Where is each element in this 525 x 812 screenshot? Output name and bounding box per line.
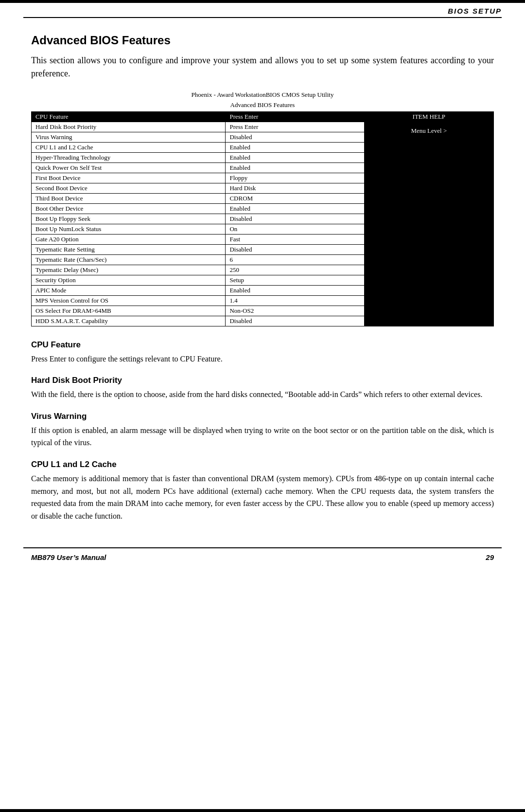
bios-row-name: CPU Feature: [32, 111, 226, 122]
section-text-virus-warning: If this option is enabled, an alarm mess…: [31, 424, 494, 449]
bios-row-name: Second Boot Device: [32, 183, 226, 193]
intro-text: This section allows you to configure and…: [31, 54, 494, 80]
bios-row-name: Typematic Rate Setting: [32, 244, 226, 254]
section-heading-hard-disk-boot-priority: Hard Disk Boot Priority: [31, 376, 494, 385]
bios-row-value: Disabled: [226, 132, 364, 142]
section-text-hard-disk-boot-priority: With the field, there is the option to c…: [31, 388, 494, 401]
bios-row-name: Quick Power On Self Test: [32, 162, 226, 173]
bios-row-value: Enabled: [226, 162, 364, 173]
bios-row-value: Press Enter: [226, 122, 364, 132]
bios-row-name: Typematic Delay (Msec): [32, 265, 226, 275]
bios-row-name: Typematic Rate (Chars/Sec): [32, 254, 226, 265]
bios-row-value: Enabled: [226, 152, 364, 162]
bios-row-value: 1.4: [226, 295, 364, 306]
bios-row-name: MPS Version Control for OS: [32, 295, 226, 306]
bios-row-name: Boot Other Device: [32, 203, 226, 214]
bios-row-value: Disabled: [226, 244, 364, 254]
footer-page: 29: [486, 553, 494, 561]
section-heading-cpu-feature: CPU Feature: [31, 340, 494, 350]
bios-row-name: CPU L1 and L2 Cache: [32, 142, 226, 152]
bios-row-name: OS Select For DRAM>64MB: [32, 306, 226, 316]
bios-row-value: 6: [226, 254, 364, 265]
bios-row-value: Non-OS2: [226, 306, 364, 316]
bottom-bar: [0, 809, 525, 812]
bios-table-wrapper: Phoenix - Award WorkstationBIOS CMOS Set…: [31, 90, 494, 326]
section-text-cpu-feature: Press Enter to configure the settings re…: [31, 353, 494, 365]
content: Advanced BIOS Features This section allo…: [0, 18, 525, 547]
footer-area: MB879 User’s Manual 29: [0, 548, 525, 566]
section-text-cpu-l1-l2-cache: Cache memory is additional memory that i…: [31, 472, 494, 522]
bios-row-value: Enabled: [226, 285, 364, 295]
bios-row-name: Virus Warning: [32, 132, 226, 142]
bios-row-name: Boot Up Floppy Seek: [32, 214, 226, 224]
section-heading-virus-warning: Virus Warning: [31, 412, 494, 421]
menu-level: Menu Level >: [368, 125, 490, 135]
bios-row-name: First Boot Device: [32, 173, 226, 183]
bios-row-value: On: [226, 224, 364, 234]
bios-row-name: Hard Disk Boot Priority: [32, 122, 226, 132]
header-area: BIOS SETUP: [0, 3, 525, 17]
section-heading-cpu-l1-l2-cache: CPU L1 and L2 Cache: [31, 460, 494, 469]
bios-setup-label: BIOS SETUP: [448, 7, 502, 15]
bios-row-value: Floppy: [226, 173, 364, 183]
bios-row-value: Setup: [226, 275, 364, 285]
bios-row-name: Security Option: [32, 275, 226, 285]
bios-row-value: Fast: [226, 234, 364, 244]
bios-row-name: HDD S.M.A.R.T. Capability: [32, 316, 226, 326]
bios-table: CPU FeaturePress EnterITEM HELPMenu Leve…: [31, 111, 494, 326]
footer-manual: MB879 User’s Manual: [31, 553, 106, 561]
bios-table-title: Phoenix - Award WorkstationBIOS CMOS Set…: [31, 90, 494, 110]
item-help-header: ITEM HELPMenu Level >: [364, 111, 493, 326]
bios-row-name: Boot Up NumLock Status: [32, 224, 226, 234]
bios-row-name: APIC Mode: [32, 285, 226, 295]
bios-row-value: Hard Disk: [226, 183, 364, 193]
bios-row-value: CDROM: [226, 193, 364, 203]
page-title: Advanced BIOS Features: [31, 34, 494, 47]
table-row: CPU FeaturePress EnterITEM HELPMenu Leve…: [32, 111, 494, 122]
bios-row-value: 250: [226, 265, 364, 275]
bios-row-value: Enabled: [226, 142, 364, 152]
bios-row-value: Disabled: [226, 316, 364, 326]
bios-row-value: Enabled: [226, 203, 364, 214]
bios-row-name: Gate A20 Option: [32, 234, 226, 244]
sections-container: CPU FeaturePress Enter to configure the …: [31, 340, 494, 523]
bios-row-value: Disabled: [226, 214, 364, 224]
bios-row-name: Third Boot Device: [32, 193, 226, 203]
bios-row-name: Hyper-Threading Technology: [32, 152, 226, 162]
bios-row-value: Press Enter: [226, 111, 364, 122]
